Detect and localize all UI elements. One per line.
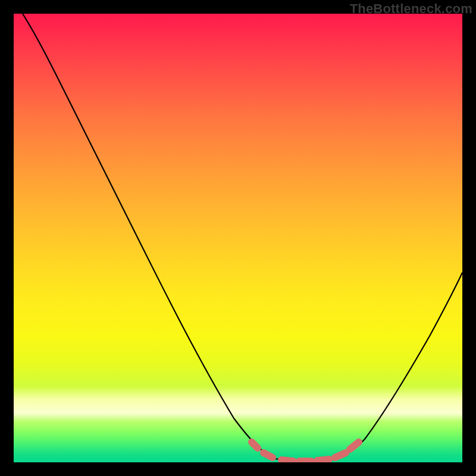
chart-frame: TheBottleneck.com (0, 0, 476, 476)
svg-line-6 (350, 442, 359, 449)
optimal-zone-markers (252, 442, 359, 461)
chart-svg (14, 14, 462, 462)
svg-line-1 (264, 453, 273, 458)
chart-plot-area (14, 14, 462, 462)
svg-line-2 (281, 460, 293, 461)
bottleneck-curve (23, 14, 462, 462)
svg-line-0 (252, 442, 258, 448)
watermark-text: TheBottleneck.com (350, 1, 472, 17)
svg-line-4 (317, 459, 329, 461)
svg-line-5 (335, 453, 346, 458)
